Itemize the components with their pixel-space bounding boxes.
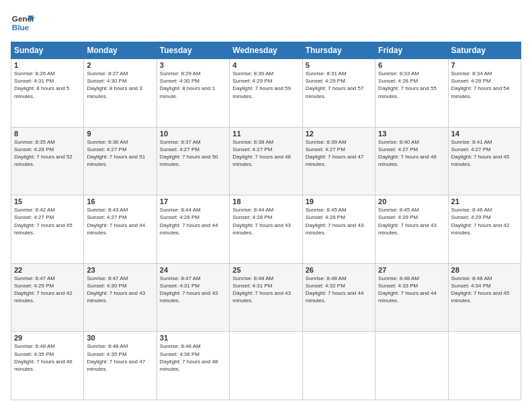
cell-details: Sunrise: 8:38 AMSunset: 4:27 PMDaylight:… [232,138,299,169]
day-number: 4 [232,61,299,69]
day-number: 7 [451,61,518,69]
col-header-saturday: Saturday [448,42,521,59]
day-number: 11 [232,130,299,138]
cell-details: Sunrise: 8:30 AMSunset: 4:29 PMDaylight:… [232,70,299,100]
calendar-cell: 6 Sunrise: 8:33 AMSunset: 4:28 PMDayligh… [375,59,448,128]
cell-details: Sunrise: 8:44 AMSunset: 4:28 PMDaylight:… [232,206,299,236]
calendar-cell: 1 Sunrise: 8:26 AMSunset: 4:31 PMDayligh… [11,59,84,128]
cell-details: Sunrise: 8:40 AMSunset: 4:27 PMDaylight:… [378,138,445,169]
calendar-cell: 14 Sunrise: 8:41 AMSunset: 4:27 PMDaylig… [448,127,521,195]
cell-details: Sunrise: 8:36 AMSunset: 4:27 PMDaylight:… [87,138,153,169]
cell-details: Sunrise: 8:45 AMSunset: 4:29 PMDaylight:… [378,206,445,236]
calendar-cell [302,332,375,400]
calendar-cell: 13 Sunrise: 8:40 AMSunset: 4:27 PMDaylig… [375,127,448,195]
cell-details: Sunrise: 8:48 AMSunset: 4:35 PMDaylight:… [87,342,153,373]
calendar-cell: 30 Sunrise: 8:48 AMSunset: 4:35 PMDaylig… [84,332,157,400]
logo: General Blue [11,11,35,35]
calendar-cell: 23 Sunrise: 8:47 AMSunset: 4:30 PMDaylig… [84,263,157,332]
day-number: 12 [306,130,372,138]
calendar-cell [448,332,521,400]
day-number: 21 [451,197,518,205]
week-row-4: 22 Sunrise: 8:47 AMSunset: 4:29 PMDaylig… [11,263,521,332]
day-number: 23 [87,266,153,274]
col-header-sunday: Sunday [11,42,84,59]
calendar-cell: 4 Sunrise: 8:30 AMSunset: 4:29 PMDayligh… [230,59,302,128]
day-number: 19 [306,197,372,205]
day-number: 18 [232,197,299,205]
day-number: 29 [14,334,81,342]
col-header-thursday: Thursday [302,42,375,59]
calendar-table: SundayMondayTuesdayWednesdayThursdayFrid… [11,42,521,400]
calendar-cell: 26 Sunrise: 8:48 AMSunset: 4:32 PMDaylig… [302,263,375,332]
day-number: 22 [14,266,81,274]
calendar-cell: 7 Sunrise: 8:34 AMSunset: 4:28 PMDayligh… [448,59,521,128]
cell-details: Sunrise: 8:27 AMSunset: 4:30 PMDaylight:… [87,70,153,100]
calendar-cell: 15 Sunrise: 8:42 AMSunset: 4:27 PMDaylig… [11,195,84,264]
calendar-cell: 20 Sunrise: 8:45 AMSunset: 4:29 PMDaylig… [375,195,448,264]
calendar-cell: 18 Sunrise: 8:44 AMSunset: 4:28 PMDaylig… [230,195,302,264]
cell-details: Sunrise: 8:43 AMSunset: 4:27 PMDaylight:… [87,206,153,236]
day-number: 28 [451,266,518,274]
day-number: 17 [160,197,226,205]
day-number: 24 [160,266,226,274]
calendar-cell: 8 Sunrise: 8:35 AMSunset: 4:28 PMDayligh… [11,127,84,195]
cell-details: Sunrise: 8:48 AMSunset: 4:36 PMDaylight:… [160,342,226,373]
calendar-cell: 22 Sunrise: 8:47 AMSunset: 4:29 PMDaylig… [11,263,84,332]
cell-details: Sunrise: 8:29 AMSunset: 4:30 PMDaylight:… [160,70,226,100]
col-header-friday: Friday [375,42,448,59]
cell-details: Sunrise: 8:41 AMSunset: 4:27 PMDaylight:… [451,138,518,169]
cell-details: Sunrise: 8:47 AMSunset: 4:31 PMDaylight:… [160,275,226,305]
day-number: 15 [14,197,81,205]
svg-text:Blue: Blue [12,23,30,32]
day-number: 8 [14,130,81,138]
calendar-cell: 21 Sunrise: 8:46 AMSunset: 4:29 PMDaylig… [448,195,521,264]
day-number: 1 [14,61,81,69]
week-row-2: 8 Sunrise: 8:35 AMSunset: 4:28 PMDayligh… [11,127,521,195]
week-row-1: 1 Sunrise: 8:26 AMSunset: 4:31 PMDayligh… [11,59,521,128]
day-number: 27 [378,266,445,274]
day-number: 31 [160,334,226,342]
calendar-cell [375,332,448,400]
calendar-cell: 25 Sunrise: 8:48 AMSunset: 4:31 PMDaylig… [230,263,302,332]
cell-details: Sunrise: 8:31 AMSunset: 4:29 PMDaylight:… [306,70,372,100]
page: General Blue SundayMondayTuesdayWednesda… [0,0,532,411]
calendar-cell: 31 Sunrise: 8:48 AMSunset: 4:36 PMDaylig… [157,332,229,400]
day-number: 3 [160,61,226,69]
day-number: 2 [87,61,153,69]
day-number: 5 [306,61,372,69]
col-header-tuesday: Tuesday [157,42,229,59]
calendar-cell: 19 Sunrise: 8:45 AMSunset: 4:28 PMDaylig… [302,195,375,264]
cell-details: Sunrise: 8:44 AMSunset: 4:28 PMDaylight:… [160,206,226,236]
calendar-cell: 16 Sunrise: 8:43 AMSunset: 4:27 PMDaylig… [84,195,157,264]
cell-details: Sunrise: 8:46 AMSunset: 4:29 PMDaylight:… [451,206,518,236]
calendar-cell: 17 Sunrise: 8:44 AMSunset: 4:28 PMDaylig… [157,195,229,264]
day-number: 20 [378,197,445,205]
cell-details: Sunrise: 8:48 AMSunset: 4:31 PMDaylight:… [232,275,299,305]
week-row-5: 29 Sunrise: 8:48 AMSunset: 4:35 PMDaylig… [11,332,521,400]
calendar-cell: 3 Sunrise: 8:29 AMSunset: 4:30 PMDayligh… [157,59,229,128]
cell-details: Sunrise: 8:26 AMSunset: 4:31 PMDaylight:… [14,70,81,100]
cell-details: Sunrise: 8:39 AMSunset: 4:27 PMDaylight:… [306,138,372,169]
cell-details: Sunrise: 8:48 AMSunset: 4:35 PMDaylight:… [14,342,81,373]
day-number: 6 [378,61,445,69]
calendar-cell: 5 Sunrise: 8:31 AMSunset: 4:29 PMDayligh… [302,59,375,128]
cell-details: Sunrise: 8:47 AMSunset: 4:29 PMDaylight:… [14,275,81,305]
day-number: 30 [87,334,153,342]
cell-details: Sunrise: 8:48 AMSunset: 4:32 PMDaylight:… [306,275,372,305]
day-number: 16 [87,197,153,205]
day-number: 14 [451,130,518,138]
calendar-cell: 27 Sunrise: 8:48 AMSunset: 4:33 PMDaylig… [375,263,448,332]
calendar-cell: 24 Sunrise: 8:47 AMSunset: 4:31 PMDaylig… [157,263,229,332]
calendar-cell: 2 Sunrise: 8:27 AMSunset: 4:30 PMDayligh… [84,59,157,128]
week-row-3: 15 Sunrise: 8:42 AMSunset: 4:27 PMDaylig… [11,195,521,264]
cell-details: Sunrise: 8:37 AMSunset: 4:27 PMDaylight:… [160,138,226,169]
day-number: 13 [378,130,445,138]
calendar-cell [230,332,302,400]
calendar-cell: 28 Sunrise: 8:48 AMSunset: 4:34 PMDaylig… [448,263,521,332]
cell-details: Sunrise: 8:34 AMSunset: 4:28 PMDaylight:… [451,70,518,100]
cell-details: Sunrise: 8:35 AMSunset: 4:28 PMDaylight:… [14,138,81,169]
calendar-cell: 11 Sunrise: 8:38 AMSunset: 4:27 PMDaylig… [230,127,302,195]
col-header-monday: Monday [84,42,157,59]
calendar-cell: 10 Sunrise: 8:37 AMSunset: 4:27 PMDaylig… [157,127,229,195]
day-number: 26 [306,266,372,274]
